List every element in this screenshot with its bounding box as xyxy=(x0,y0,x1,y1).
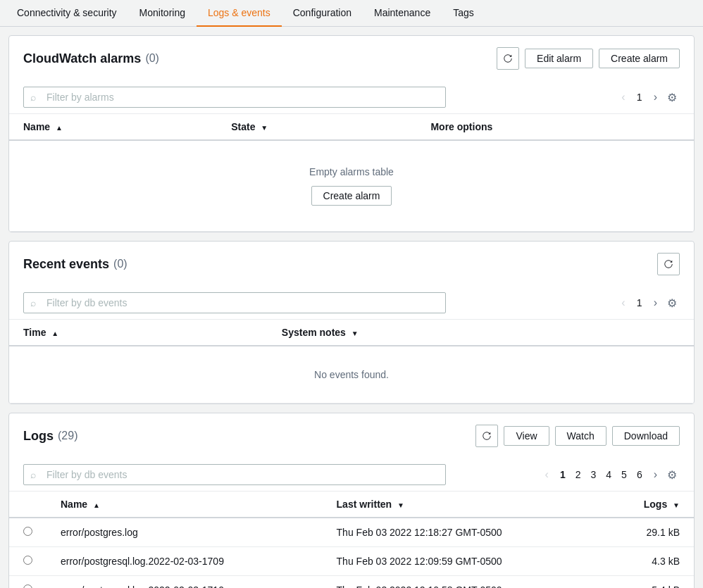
cloudwatch-search-icon: ⌕ xyxy=(30,92,36,103)
log-row-3-radio[interactable] xyxy=(23,584,32,588)
recent-events-actions xyxy=(657,253,680,275)
log-row-2-name: error/postgresql.log.2022-02-03-1709 xyxy=(46,547,323,576)
cloudwatch-col-name[interactable]: Name ▲ xyxy=(9,114,217,140)
recent-events-col-notes[interactable]: System notes ▼ xyxy=(268,320,694,346)
log-row-2-last-written: Thu Feb 03 2022 12:09:59 GMT-0500 xyxy=(323,547,602,576)
logs-actions: View Watch Download xyxy=(475,425,680,447)
log-row-2-radio-cell xyxy=(9,547,46,576)
tab-bar: Connectivity & security Monitoring Logs … xyxy=(0,0,703,27)
log-row-3-name: error/postgresql.log.2022-02-03-1710 xyxy=(46,576,323,589)
logs-table: Name ▲ Last written ▼ Logs ▼ error/postg… xyxy=(9,492,694,588)
recent-events-refresh-button[interactable] xyxy=(657,253,680,275)
create-alarm-button[interactable]: Create alarm xyxy=(599,49,680,68)
cloudwatch-col-state[interactable]: State ▼ xyxy=(217,114,416,140)
logs-col-logs[interactable]: Logs ▼ xyxy=(602,492,694,518)
logs-watch-button[interactable]: Watch xyxy=(555,426,606,446)
refresh-icon-logs xyxy=(482,430,492,442)
cloudwatch-col-options[interactable]: More options xyxy=(416,114,694,140)
logs-count: (29) xyxy=(58,430,77,442)
log-row-3: error/postgresql.log.2022-02-03-1710 Thu… xyxy=(9,576,694,589)
recent-events-section: Recent events (0) ⌕ ‹ 1 › ⚙ Time ▲ Sy xyxy=(8,241,695,404)
recent-events-next-button[interactable]: › xyxy=(649,294,661,312)
cloudwatch-prev-button[interactable]: ‹ xyxy=(617,88,629,106)
log-row-2-logs: 4.3 kB xyxy=(602,547,694,576)
log-row-1-last-written: Thu Feb 03 2022 12:18:27 GMT-0500 xyxy=(323,518,602,547)
recent-events-page-num: 1 xyxy=(633,297,647,308)
tab-tags[interactable]: Tags xyxy=(442,0,485,27)
cloudwatch-search-input[interactable] xyxy=(23,87,446,108)
logs-next-button[interactable]: › xyxy=(649,465,661,484)
logs-pagination: ‹ 1 2 3 4 5 6 › ⚙ xyxy=(541,465,680,484)
recent-events-empty-text: No events found. xyxy=(23,355,680,394)
recent-events-empty: No events found. xyxy=(9,346,694,404)
recent-events-count: (0) xyxy=(113,258,127,270)
recent-events-pagination: ‹ 1 › ⚙ xyxy=(617,294,680,313)
logs-page-2[interactable]: 2 xyxy=(571,468,585,482)
recent-events-search-bar: ⌕ ‹ 1 › ⚙ xyxy=(9,287,694,320)
tab-logs-events[interactable]: Logs & events xyxy=(197,0,282,27)
cloudwatch-search-bar: ⌕ ‹ 1 › ⚙ xyxy=(9,81,694,114)
logs-view-button[interactable]: View xyxy=(504,426,549,446)
cloudwatch-search-wrap: ⌕ xyxy=(23,87,446,108)
logs-header: Logs (29) View Watch Download xyxy=(9,413,694,458)
log-row-2-radio[interactable] xyxy=(23,556,32,565)
recent-events-prev-button[interactable]: ‹ xyxy=(617,294,629,312)
log-row-1-name: error/postgres.log xyxy=(46,518,323,547)
cloudwatch-header: CloudWatch alarms (0) Edit alarm Create … xyxy=(9,36,694,81)
recent-events-search-icon: ⌕ xyxy=(30,297,36,308)
logs-download-button[interactable]: Download xyxy=(612,426,680,446)
log-row-3-logs: 5.4 kB xyxy=(602,576,694,589)
logs-page-3[interactable]: 3 xyxy=(586,468,600,482)
cloudwatch-empty-text: Empty alarms table xyxy=(40,166,663,177)
tab-connectivity[interactable]: Connectivity & security xyxy=(6,0,128,27)
log-row-3-radio-cell xyxy=(9,576,46,589)
recent-events-table: Time ▲ System notes ▼ No events found. xyxy=(9,320,694,404)
logs-col-last-written[interactable]: Last written ▼ xyxy=(323,492,602,518)
logs-col-name[interactable]: Name ▲ xyxy=(46,492,323,518)
log-row-2: error/postgresql.log.2022-02-03-1709 Thu… xyxy=(9,547,694,576)
logs-search-wrap: ⌕ xyxy=(23,464,446,485)
tab-monitoring[interactable]: Monitoring xyxy=(128,0,197,27)
cloudwatch-section: CloudWatch alarms (0) Edit alarm Create … xyxy=(8,35,695,232)
logs-page-5[interactable]: 5 xyxy=(617,468,631,482)
logs-refresh-button[interactable] xyxy=(475,425,498,447)
logs-prev-button[interactable]: ‹ xyxy=(541,465,553,484)
cloudwatch-title: CloudWatch alarms xyxy=(23,51,141,66)
log-row-1: error/postgres.log Thu Feb 03 2022 12:18… xyxy=(9,518,694,547)
cloudwatch-next-button[interactable]: › xyxy=(649,88,661,106)
recent-events-search-input[interactable] xyxy=(23,292,446,313)
tab-configuration[interactable]: Configuration xyxy=(282,0,363,27)
logs-col-select xyxy=(9,492,46,518)
cloudwatch-settings-button[interactable]: ⚙ xyxy=(664,88,680,107)
logs-section: Logs (29) View Watch Download ⌕ ‹ 1 2 3 xyxy=(8,413,695,588)
recent-events-header: Recent events (0) xyxy=(9,242,694,287)
log-row-3-last-written: Thu Feb 03 2022 12:10:58 GMT-0500 xyxy=(323,576,602,589)
cloudwatch-actions: Edit alarm Create alarm xyxy=(497,47,680,70)
logs-search-icon: ⌕ xyxy=(30,469,36,480)
cloudwatch-page-num: 1 xyxy=(633,92,647,103)
edit-alarm-button[interactable]: Edit alarm xyxy=(525,49,593,68)
cloudwatch-create-alarm-btn[interactable]: Create alarm xyxy=(311,186,392,206)
recent-events-settings-button[interactable]: ⚙ xyxy=(664,294,680,313)
log-row-1-radio[interactable] xyxy=(23,527,32,536)
cloudwatch-refresh-button[interactable] xyxy=(497,47,519,70)
logs-page-nums: 1 2 3 4 5 6 xyxy=(556,468,647,482)
recent-events-search-wrap: ⌕ xyxy=(23,292,446,313)
log-row-1-radio-cell xyxy=(9,518,46,547)
refresh-icon xyxy=(503,53,513,64)
cloudwatch-count: (0) xyxy=(145,52,159,65)
logs-page-1[interactable]: 1 xyxy=(556,468,570,482)
logs-search-input[interactable] xyxy=(23,464,446,485)
log-row-1-logs: 29.1 kB xyxy=(602,518,694,547)
logs-settings-button[interactable]: ⚙ xyxy=(664,465,680,484)
cloudwatch-table: Name ▲ State ▼ More options Empty alarms… xyxy=(9,114,694,232)
logs-title: Logs xyxy=(23,429,54,444)
logs-search-bar: ⌕ ‹ 1 2 3 4 5 6 › ⚙ xyxy=(9,458,694,492)
logs-page-4[interactable]: 4 xyxy=(602,468,616,482)
tab-maintenance[interactable]: Maintenance xyxy=(363,0,442,27)
cloudwatch-pagination: ‹ 1 › ⚙ xyxy=(617,88,680,107)
recent-events-col-time[interactable]: Time ▲ xyxy=(9,320,268,346)
logs-page-6[interactable]: 6 xyxy=(633,468,647,482)
cloudwatch-empty: Empty alarms table Create alarm xyxy=(9,140,694,232)
refresh-icon-events xyxy=(664,258,673,270)
